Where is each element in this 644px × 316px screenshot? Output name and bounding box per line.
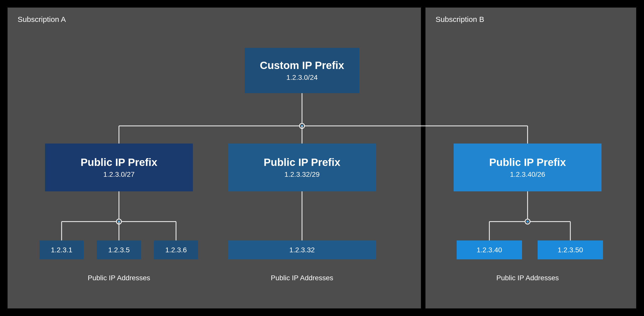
public-ip-prefix-3-range: 1.2.3.40/26 <box>510 170 545 179</box>
custom-ip-prefix-title: Custom IP Prefix <box>260 59 344 72</box>
addresses-label-1: Public IP Addresses <box>88 274 150 282</box>
ip-address-box: 1.2.3.40 <box>457 240 522 259</box>
ip-address-box: 1.2.3.50 <box>538 240 603 259</box>
ip-address-box: 1.2.3.1 <box>39 240 84 259</box>
public-ip-prefix-3-box: Public IP Prefix 1.2.3.40/26 <box>454 144 602 191</box>
custom-ip-prefix-range: 1.2.3.0/24 <box>286 74 318 82</box>
ip-address-box: 1.2.3.6 <box>154 240 198 259</box>
ip-address-box: 1.2.3.32 <box>228 240 376 259</box>
public-ip-prefix-2-box: Public IP Prefix 1.2.3.32/29 <box>228 144 376 191</box>
subscription-b-label: Subscription B <box>436 15 484 24</box>
addresses-label-2: Public IP Addresses <box>271 274 333 282</box>
public-ip-prefix-1-range: 1.2.3.0/27 <box>103 170 135 179</box>
ip-address-box: 1.2.3.5 <box>97 240 141 259</box>
addresses-label-3: Public IP Addresses <box>496 274 559 282</box>
public-ip-prefix-1-box: Public IP Prefix 1.2.3.0/27 <box>45 144 193 191</box>
custom-ip-prefix-box: Custom IP Prefix 1.2.3.0/24 <box>245 48 359 93</box>
public-ip-prefix-3-title: Public IP Prefix <box>489 156 566 168</box>
public-ip-prefix-1-title: Public IP Prefix <box>80 156 157 168</box>
public-ip-prefix-2-title: Public IP Prefix <box>264 156 340 168</box>
subscription-a-label: Subscription A <box>18 15 66 24</box>
public-ip-prefix-2-range: 1.2.3.32/29 <box>284 170 320 179</box>
